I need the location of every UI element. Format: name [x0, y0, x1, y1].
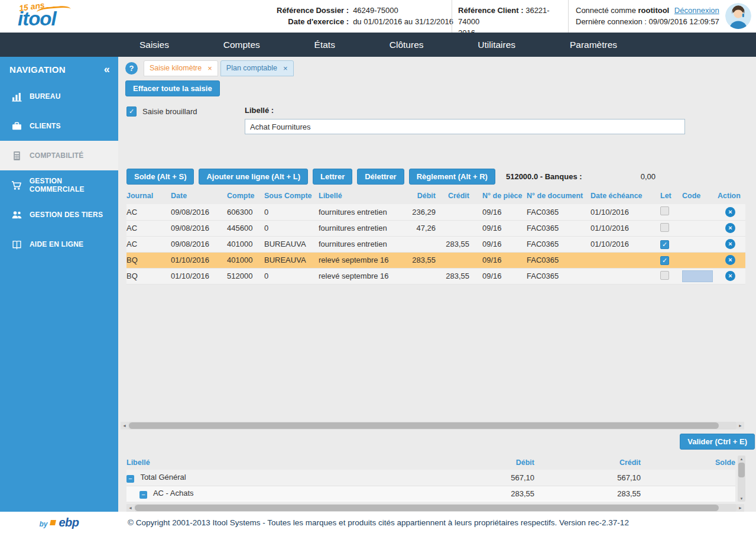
cell-libelle[interactable]: relevé septembre 16: [319, 268, 404, 284]
clear-all-button[interactable]: Effacer toute la saisie: [125, 80, 220, 96]
cell-sous-compte[interactable]: BUREAUVA: [264, 252, 319, 268]
col-header-code[interactable]: Code: [682, 188, 718, 204]
help-icon[interactable]: ?: [125, 62, 138, 75]
col-header-debit[interactable]: Débit: [404, 188, 437, 204]
col-header-date[interactable]: Date: [171, 188, 227, 204]
user-avatar[interactable]: [725, 3, 751, 29]
logout-link[interactable]: Déconnexion: [674, 6, 719, 15]
scroll-down-button[interactable]: ▼: [738, 495, 745, 502]
itool-logo[interactable]: 15 ans itool: [0, 0, 118, 33]
cell-credit[interactable]: 283,55: [437, 268, 471, 284]
sidebar-item-clients[interactable]: CLIENTS: [0, 111, 118, 141]
delete-row-button[interactable]: ×: [725, 239, 735, 249]
cell-code[interactable]: [682, 236, 718, 252]
cell-document[interactable]: FAC0365: [527, 204, 590, 220]
menu-item-saisies[interactable]: Saisies: [132, 34, 176, 56]
lettrage-checkbox[interactable]: [660, 223, 669, 232]
reglement-button[interactable]: Règlement (Alt + R): [409, 169, 495, 185]
cell-libelle[interactable]: relevé septembre 16: [319, 252, 404, 268]
scrollbar-thumb[interactable]: [135, 505, 719, 511]
scrollbar-track[interactable]: [738, 462, 745, 495]
summary-horizontal-scrollbar[interactable]: ◄ ►: [126, 504, 744, 512]
cell-date[interactable]: 01/10/2016: [171, 252, 227, 268]
cell-echeance[interactable]: 01/10/2016: [590, 204, 656, 220]
cell-journal[interactable]: BQ: [126, 268, 171, 284]
scroll-up-button[interactable]: ▲: [738, 456, 745, 462]
cell-sous-compte[interactable]: BUREAUVA: [264, 236, 319, 252]
cell-code[interactable]: [682, 252, 718, 268]
code-selected-cell[interactable]: [682, 270, 713, 282]
sidebar-item-gestion-commerciale[interactable]: GESTION COMMERCIALE: [0, 170, 118, 200]
cell-journal[interactable]: AC: [126, 236, 171, 252]
ebp-logo[interactable]: by ebp: [0, 516, 118, 528]
cell-sous-compte[interactable]: 0: [264, 268, 319, 284]
sidebar-item-aide-en-ligne[interactable]: AIDE EN LIGNE: [0, 230, 118, 259]
libelle-input[interactable]: [245, 119, 685, 134]
lettrage-checkbox[interactable]: [660, 206, 669, 215]
cell-piece[interactable]: 09/16: [471, 236, 527, 252]
scrollbar-thumb[interactable]: [129, 422, 719, 429]
delete-row-button[interactable]: ×: [725, 255, 735, 265]
col-header-document[interactable]: N° de document: [527, 188, 590, 204]
col-header-let[interactable]: Let: [656, 188, 682, 204]
cell-date[interactable]: 01/10/2016: [171, 268, 227, 284]
col-header-piece[interactable]: N° de pièce: [471, 188, 527, 204]
sidebar-collapse-button[interactable]: «: [104, 64, 110, 75]
entry-row[interactable]: AC09/08/20166063000fournitures entretien…: [126, 204, 745, 220]
summary-vertical-scrollbar[interactable]: ▲ ▼: [738, 456, 745, 502]
cell-credit[interactable]: [437, 220, 471, 236]
col-header-sous-compte[interactable]: Sous Compte: [264, 188, 319, 204]
delete-row-button[interactable]: ×: [725, 223, 735, 233]
cell-code[interactable]: [682, 268, 718, 284]
delete-row-button[interactable]: ×: [725, 207, 735, 217]
cell-code[interactable]: [682, 220, 718, 236]
cell-code[interactable]: [682, 204, 718, 220]
cell-libelle[interactable]: fournitures entretien: [319, 204, 404, 220]
entry-row[interactable]: AC09/08/20164456000fournitures entretien…: [126, 220, 745, 236]
cell-compte[interactable]: 445600: [227, 220, 264, 236]
lettrage-checkbox[interactable]: ✓: [660, 256, 669, 265]
summary-row-ac-achats[interactable]: − AC - Achats 283,55 283,55: [126, 486, 735, 502]
cell-piece[interactable]: 09/16: [471, 252, 527, 268]
menu-item-parametres[interactable]: Paramètres: [563, 34, 624, 56]
menu-item-utilitaires[interactable]: Utilitaires: [471, 34, 523, 56]
cell-date[interactable]: 09/08/2016: [171, 220, 227, 236]
col-header-journal[interactable]: Journal: [126, 188, 171, 204]
tab-plan-comptable[interactable]: Plan comptable ×: [220, 60, 294, 76]
cell-credit[interactable]: [437, 252, 471, 268]
close-icon[interactable]: ×: [283, 64, 288, 72]
cell-echeance[interactable]: [590, 252, 656, 268]
add-line-button[interactable]: Ajouter une ligne (Alt + L): [199, 169, 308, 185]
cell-debit[interactable]: [404, 236, 437, 252]
cell-credit[interactable]: [437, 204, 471, 220]
cell-debit[interactable]: 283,55: [404, 252, 437, 268]
sidebar-item-comptabilite[interactable]: COMPTABILITÉ: [0, 141, 118, 170]
col-header-credit[interactable]: Crédit: [437, 188, 471, 204]
cell-debit[interactable]: 47,26: [404, 220, 437, 236]
cell-document[interactable]: FAC0365: [527, 252, 590, 268]
cell-piece[interactable]: 09/16: [471, 204, 527, 220]
col-header-compte[interactable]: Compte: [227, 188, 264, 204]
cell-journal[interactable]: AC: [126, 204, 171, 220]
scrollbar-thumb[interactable]: [738, 463, 745, 477]
cell-document[interactable]: FAC0365: [527, 236, 590, 252]
cell-journal[interactable]: AC: [126, 220, 171, 236]
cell-echeance[interactable]: 01/10/2016: [590, 220, 656, 236]
menu-item-clotures[interactable]: Clôtures: [382, 34, 431, 56]
cell-echeance[interactable]: [590, 268, 656, 284]
lettrage-checkbox[interactable]: [660, 271, 669, 280]
cell-compte[interactable]: 512000: [227, 268, 264, 284]
draft-checkbox[interactable]: ✓: [126, 106, 137, 117]
collapse-row-icon[interactable]: −: [139, 491, 147, 499]
cell-echeance[interactable]: 01/10/2016: [590, 236, 656, 252]
delettrer-button[interactable]: Délettrer: [357, 169, 404, 185]
scroll-right-button[interactable]: ►: [736, 504, 744, 512]
sidebar-item-gestion-des-tiers[interactable]: GESTION DES TIERS: [0, 200, 118, 230]
col-header-action[interactable]: Action: [718, 188, 745, 204]
entry-row[interactable]: BQ01/10/20165120000relevé septembre 1628…: [126, 268, 745, 284]
scroll-left-button[interactable]: ◄: [121, 422, 128, 429]
solde-button[interactable]: Solde (Alt + S): [126, 169, 194, 185]
cell-compte[interactable]: 401000: [227, 252, 264, 268]
cell-journal[interactable]: BQ: [126, 252, 171, 268]
lettrer-button[interactable]: Lettrer: [313, 169, 352, 185]
